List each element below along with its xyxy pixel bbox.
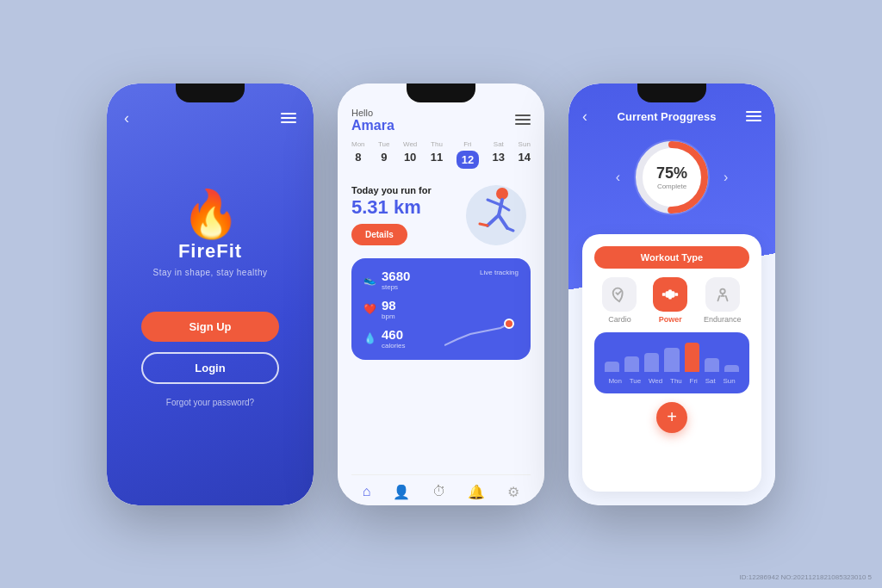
day-label-tue: Tue: [630, 377, 642, 385]
bar-sat: [705, 358, 719, 372]
day-label-mon: Mon: [608, 377, 622, 385]
power-label: Power: [659, 315, 682, 324]
svg-line-6: [480, 224, 488, 226]
day-label-sat: Sat: [705, 377, 716, 385]
phone1-header: ‹: [107, 109, 314, 127]
progress-circle-container: ‹ 75% Complete: [582, 134, 761, 220]
bar-col-sun: [724, 365, 739, 372]
cal-day-fri-active[interactable]: Fri 12: [457, 140, 479, 169]
bar-fri-highlight: [685, 343, 699, 372]
workout-power[interactable]: Power: [653, 277, 687, 324]
menu-icon[interactable]: [281, 113, 296, 123]
workout-icons-row: Cardio Power: [594, 277, 749, 324]
nav-profile-icon[interactable]: 👤: [393, 484, 410, 500]
cal-day-tue[interactable]: Tue 9: [378, 140, 390, 169]
svg-point-16: [720, 288, 725, 294]
cal-day-sat[interactable]: Sat 13: [493, 140, 505, 169]
signup-button[interactable]: Sign Up: [141, 312, 279, 342]
endurance-icon-box: [705, 277, 740, 312]
svg-line-2: [488, 200, 500, 205]
phone3-header: ‹ Current Proggress: [582, 108, 761, 126]
steps-icon: 👟: [363, 274, 376, 286]
bpm-label: bpm: [382, 313, 396, 320]
svg-line-4: [488, 215, 499, 226]
phone-1: ‹ 🔥 FireFit Stay in shape, stay healthy …: [107, 84, 314, 505]
phone2-header: Hello Amara: [351, 108, 531, 133]
weekly-chart-card: Mon Tue Wed Thu Fri Sat Sun: [594, 332, 749, 393]
nav-timer-icon[interactable]: ⏱: [432, 484, 446, 500]
phone3-background: ‹ Current Proggress ‹: [568, 84, 775, 505]
bar-tue: [624, 356, 639, 372]
cardio-icon-box: [602, 277, 637, 312]
menu-icon-2[interactable]: [515, 115, 531, 125]
nav-bell-icon[interactable]: 🔔: [468, 484, 485, 500]
run-km: 5.31 km: [351, 196, 462, 219]
bottom-nav: ⌂ 👤 ⏱ 🔔 ⚙: [351, 474, 531, 505]
svg-rect-12: [662, 293, 666, 296]
nav-home-icon[interactable]: ⌂: [363, 484, 371, 500]
phone-3: ‹ Current Proggress ‹: [568, 84, 775, 505]
svg-rect-13: [675, 293, 679, 296]
calories-value: 460: [382, 327, 406, 342]
menu-icon-3[interactable]: [746, 111, 761, 121]
back-arrow-icon-3[interactable]: ‹: [582, 108, 587, 126]
workout-type-button[interactable]: Workout Type: [594, 246, 749, 269]
workout-cardio[interactable]: Cardio: [602, 277, 637, 324]
brand-name: FireFit: [178, 240, 242, 263]
hello-text: Hello: [351, 108, 394, 118]
steps-label: steps: [382, 283, 410, 291]
bar-col-fri: [685, 343, 699, 372]
prev-circle-arrow[interactable]: ‹: [616, 170, 620, 185]
forgot-password-link[interactable]: Forgot your password?: [166, 398, 254, 407]
progress-card: Workout Type Cardio: [582, 234, 761, 492]
svg-point-8: [505, 319, 513, 328]
svg-line-7: [507, 228, 513, 231]
calendar-row: Mon 8 Tue 9 Wed 10 Thu 11: [351, 140, 531, 169]
power-icon-box: [653, 277, 687, 312]
bar-col-thu: [664, 348, 679, 372]
stats-card: 👟 3680 steps ❤️ 98 bpm: [351, 258, 531, 360]
flame-icon: 🔥: [182, 190, 239, 237]
bar-col-wed: [644, 353, 659, 372]
progress-percentage: 75%: [656, 164, 687, 183]
tracking-chart: [444, 315, 522, 350]
cardio-label: Cardio: [608, 315, 631, 324]
svg-point-0: [496, 188, 508, 200]
runner-figure: [462, 181, 531, 250]
bar-col-tue: [624, 356, 639, 372]
bar-col-mon: [605, 362, 619, 372]
phone1-background: ‹ 🔥 FireFit Stay in shape, stay healthy …: [107, 84, 314, 505]
svg-line-1: [499, 200, 502, 215]
cal-day-mon[interactable]: Mon 8: [351, 140, 365, 169]
back-arrow-icon[interactable]: ‹: [124, 109, 129, 127]
notch-2: [407, 84, 475, 102]
phone-2: Hello Amara Mon 8 T: [338, 84, 544, 505]
steps-value: 3680: [382, 269, 410, 283]
run-text-block: Today you run for 5.31 km Details: [351, 184, 462, 245]
next-circle-arrow[interactable]: ›: [724, 170, 728, 185]
calories-label: calories: [382, 342, 406, 350]
day-label-wed: Wed: [649, 377, 662, 385]
workout-endurance[interactable]: Endurance: [704, 277, 742, 324]
watermark: ID:12286942 NO:2021121821085323010 5: [740, 573, 872, 581]
login-button[interactable]: Login: [141, 352, 279, 384]
add-fab-button[interactable]: +: [656, 402, 687, 433]
day-label-thu: Thu: [670, 377, 682, 385]
endurance-label: Endurance: [704, 315, 742, 324]
cal-day-sun[interactable]: Sun 14: [519, 140, 531, 169]
day-label-fri: Fri: [690, 377, 698, 385]
cal-day-thu[interactable]: Thu 11: [431, 140, 443, 169]
live-tracking-label: Live tracking: [480, 269, 519, 276]
bar-thu: [664, 348, 679, 372]
details-button[interactable]: Details: [351, 224, 407, 245]
progress-title: Current Proggress: [587, 110, 746, 123]
calories-icon: 💧: [363, 332, 376, 344]
bar-col-sat: [705, 358, 719, 372]
weekly-bars: [605, 341, 739, 372]
svg-line-5: [499, 215, 507, 228]
nav-settings-icon[interactable]: ⚙: [507, 484, 519, 500]
cal-day-wed[interactable]: Wed 10: [403, 140, 417, 169]
progress-sublabel: Complete: [656, 183, 687, 190]
bar-wed: [644, 353, 659, 372]
brand-tagline: Stay in shape, stay healthy: [152, 268, 267, 277]
